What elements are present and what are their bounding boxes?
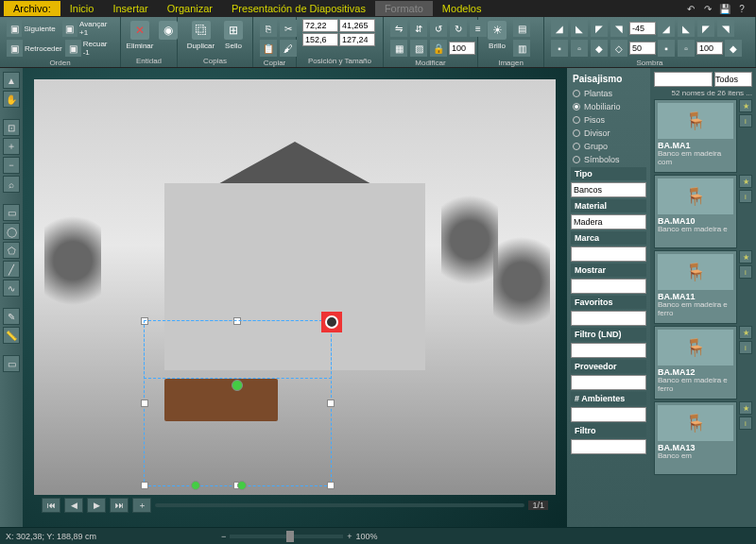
selection-inner[interactable]	[144, 320, 332, 379]
filtro-lnd-select[interactable]	[571, 343, 646, 358]
cut-icon[interactable]: ✂	[280, 20, 297, 37]
shadow1-icon[interactable]: ◢	[551, 20, 568, 37]
cat-divisor[interactable]: Divisor	[571, 128, 646, 139]
proveedor-select[interactable]	[571, 375, 646, 390]
zoom-thumb[interactable]	[286, 531, 294, 542]
design-canvas[interactable]	[34, 79, 556, 495]
line-tool[interactable]: ╱	[3, 261, 20, 278]
menu-insertar[interactable]: Insertar	[103, 1, 157, 16]
item3-fav-button[interactable]: ★	[739, 326, 752, 339]
zoom-plus-icon[interactable]: +	[347, 532, 352, 541]
catalog-item-1[interactable]: 🪑BA.MA10Banco em madeira e	[654, 175, 737, 248]
flip-h-icon[interactable]: ⇋	[390, 20, 407, 37]
retroceder-icon[interactable]: ▣	[7, 40, 23, 57]
menu-modelos[interactable]: Modelos	[433, 1, 491, 16]
cat-plantas[interactable]: Plantas	[571, 88, 646, 99]
img-fx1-icon[interactable]: ▤	[513, 20, 530, 37]
help-icon[interactable]: ?	[735, 2, 748, 15]
cat-grupo[interactable]: Grupo	[571, 141, 646, 152]
copy-icon[interactable]: ⎘	[260, 20, 277, 37]
sello-button[interactable]: ⊞Sello	[220, 19, 247, 52]
shadow13-icon[interactable]: ▪	[658, 40, 675, 57]
item2-fav-button[interactable]: ★	[739, 250, 752, 264]
shadow2-icon[interactable]: ◣	[571, 20, 588, 37]
nav-track[interactable]	[155, 503, 524, 507]
redo-icon[interactable]: ↷	[701, 2, 714, 15]
duplicar-button[interactable]: ⿻Duplicar	[183, 19, 218, 52]
scope-select[interactable]	[714, 72, 752, 87]
menu-formato[interactable]: Formato	[375, 1, 433, 16]
save-icon[interactable]: 💾	[718, 2, 731, 15]
menu-organizar[interactable]: Organizar	[158, 1, 222, 16]
polygon-tool[interactable]: ⬠	[3, 242, 20, 259]
mod-val-input[interactable]	[449, 42, 475, 55]
item4-info-button[interactable]: i	[739, 416, 752, 430]
shadow-ang-input[interactable]	[629, 22, 656, 35]
menu-archivo[interactable]: Archivo:	[4, 1, 60, 16]
rect-tool[interactable]: ▭	[3, 204, 20, 221]
item0-info-button[interactable]: i	[739, 114, 752, 128]
zoom-region-tool[interactable]: ⌕	[3, 176, 20, 193]
anchor-marker[interactable]	[321, 312, 342, 332]
eliminar-button[interactable]: ✕Eliminar	[127, 19, 153, 52]
rotate-l-icon[interactable]: ↺	[430, 20, 447, 37]
img-fx2-icon[interactable]: ▥	[513, 40, 530, 57]
shadow4-icon[interactable]: ◥	[610, 20, 627, 37]
zoom-fit-tool[interactable]: ⊡	[3, 119, 20, 136]
rotate-r-icon[interactable]: ↻	[450, 20, 467, 37]
catalog-item-2[interactable]: 🪑BA.MA11Banco em madeira e ferro	[654, 250, 737, 324]
pos-x-input[interactable]	[302, 19, 338, 32]
nav-add-button[interactable]: ＋	[132, 498, 151, 513]
shadow8-icon[interactable]: ◥	[717, 20, 734, 37]
ungroup-icon[interactable]: ▨	[410, 40, 427, 57]
marca-select[interactable]	[571, 246, 646, 262]
item0-fav-button[interactable]: ★	[739, 99, 752, 112]
mostrar-select[interactable]	[571, 279, 646, 294]
measure-tool[interactable]: 📏	[3, 327, 20, 344]
filtro-select[interactable]	[571, 439, 646, 454]
undo-icon[interactable]: ↶	[684, 2, 697, 15]
select-tool[interactable]: ▲	[3, 72, 20, 89]
shadow10-icon[interactable]: ▫	[571, 40, 588, 57]
item4-fav-button[interactable]: ★	[739, 401, 752, 415]
eyedropper-tool[interactable]: ✎	[3, 308, 20, 325]
zoom-out-tool[interactable]: －	[3, 157, 20, 174]
shadow12-icon[interactable]: ◇	[610, 40, 627, 57]
catalog-item-0[interactable]: 🪑BA.MA1Banco em madeira com	[654, 99, 737, 173]
zoom-in-tool[interactable]: ＋	[3, 138, 20, 155]
lock-icon[interactable]: 🔒	[430, 40, 447, 57]
item1-fav-button[interactable]: ★	[739, 175, 752, 188]
siguiente-button[interactable]: Siguiente	[24, 25, 55, 33]
menu-presentacion[interactable]: Presentación de Diapositivas	[222, 1, 375, 16]
format-paint-icon[interactable]: 🖌	[280, 40, 297, 57]
shadow9-icon[interactable]: ▪	[551, 40, 568, 57]
item1-info-button[interactable]: i	[739, 190, 752, 203]
shadow5-icon[interactable]: ◢	[658, 20, 675, 37]
size-h-input[interactable]	[339, 33, 375, 46]
shadow-dist-input[interactable]	[629, 42, 656, 55]
material-select[interactable]	[571, 214, 646, 230]
avancar-button[interactable]: Avançar +1	[79, 20, 114, 37]
zoom-control[interactable]: − + 100%	[221, 532, 378, 541]
pos-y-input[interactable]	[339, 19, 375, 32]
brillo-button[interactable]: ☀Brillo	[484, 19, 510, 52]
ambientes-select[interactable]	[571, 407, 646, 422]
nav-prev-button[interactable]: ◀	[64, 498, 83, 513]
group-icon[interactable]: ▦	[390, 40, 407, 57]
item2-info-button[interactable]: i	[739, 265, 752, 279]
shadow15-icon[interactable]: ◆	[725, 40, 742, 57]
catalog-item-4[interactable]: 🪑BA.MA13Banco em	[654, 401, 737, 475]
size-w-input[interactable]	[302, 33, 338, 46]
zoom-minus-icon[interactable]: −	[221, 532, 226, 541]
siguiente-icon[interactable]: ▣	[7, 20, 22, 37]
menu-inicio[interactable]: Inicio	[60, 1, 104, 16]
nav-last-button[interactable]: ⏭	[110, 498, 129, 513]
shadow11-icon[interactable]: ◆	[591, 40, 608, 57]
shadow-blur-input[interactable]	[696, 42, 723, 55]
favoritos-select[interactable]	[571, 311, 646, 326]
nav-next-button[interactable]: ▶	[87, 498, 106, 513]
shadow7-icon[interactable]: ◤	[697, 20, 714, 37]
retroceder-button[interactable]: Retroceder	[25, 44, 62, 53]
tipo-select[interactable]	[571, 182, 646, 197]
cat-mobiliario[interactable]: Mobiliario	[571, 101, 646, 112]
